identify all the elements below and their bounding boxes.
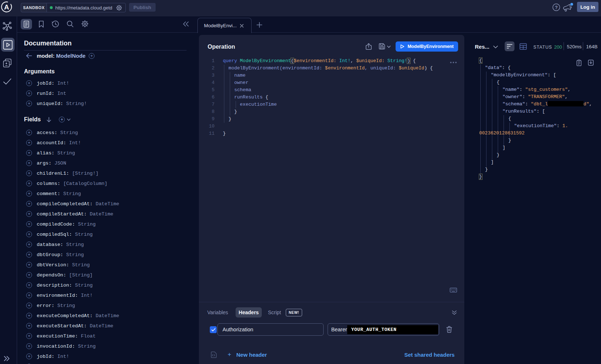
svg-text:?: ? [555, 5, 558, 10]
svg-text:A: A [4, 3, 9, 11]
